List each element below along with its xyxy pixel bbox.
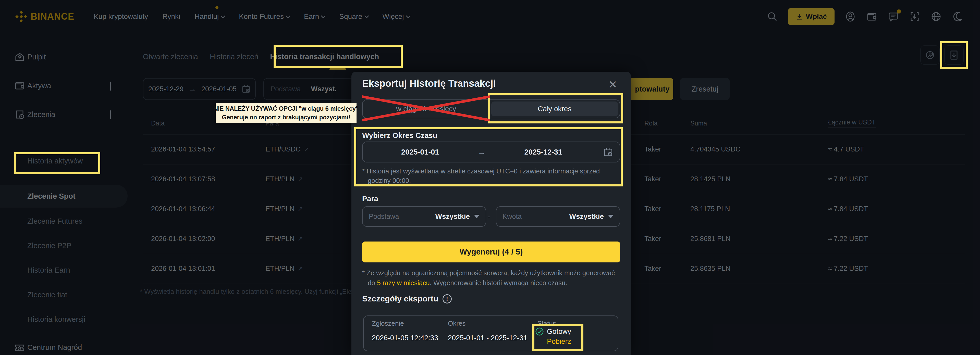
period-label: Wybierz Okres Czasu [362, 132, 437, 140]
close-icon[interactable]: ✕ [607, 78, 619, 90]
check-circle-icon [535, 327, 544, 336]
export-details-title: Szczegóły eksportu ! [362, 294, 452, 303]
export-date-from: 2025-01-01 [363, 148, 478, 156]
modal-title: Eksportuj Historię Transakcji [362, 78, 496, 89]
export-date-range-input[interactable]: 2025-01-01 → 2025-12-31 [362, 141, 620, 162]
export-row-submitted: 2026-01-05 12:42:33 [372, 334, 438, 342]
generate-button[interactable]: Wygeneruj (4 / 5) [362, 241, 620, 262]
generation-limit-note: * Ze względu na ograniczoną pojemność se… [362, 268, 619, 288]
base-asset-dropdown[interactable]: Podstawa Wszystkie [362, 206, 486, 227]
download-link[interactable]: Pobierz [547, 338, 571, 345]
annotation-warning-note: NIE NALEŻY UŻYWAĆ OPCJI "w ciągu 6 miesi… [216, 103, 356, 123]
export-history-modal: Eksportuj Historię Transakcji ✕ w ciągu … [352, 72, 631, 355]
pair-label: Para [362, 195, 378, 203]
range-tab-six-months[interactable]: w ciągu 6 miesięcy [363, 100, 490, 118]
export-row-status: Gotowy Pobierz [535, 327, 571, 345]
export-col-status: Status [537, 320, 556, 328]
export-row-period: 2025-01-01 - 2025-12-31 [448, 334, 527, 342]
info-icon[interactable]: ! [442, 294, 452, 303]
status-ready: Gotowy [547, 328, 571, 336]
export-details-table: Zgłoszenie Okres Status 2026-01-05 12:42… [363, 315, 618, 351]
export-col-submitted: Zgłoszenie [372, 320, 404, 328]
utc-note: * Historia jest wyświetlana w strefie cz… [362, 166, 607, 185]
quote-asset-dropdown[interactable]: Kwota Wszystkie [496, 206, 620, 227]
export-col-period: Okres [448, 320, 466, 328]
caret-down-icon [474, 215, 479, 218]
range-tab-full-period[interactable]: Cały okres [491, 101, 618, 116]
export-date-to: 2025-12-31 [486, 148, 601, 156]
caret-down-icon [608, 215, 614, 218]
binance-app: BINANCE Kup kryptowaluty Rynki Handluj K… [0, 0, 980, 355]
pair-selector-row: Podstawa Wszystkie - Kwota Wszystkie [352, 206, 631, 227]
arrow-right-icon: → [478, 147, 486, 157]
calendar-icon [603, 147, 613, 157]
pair-separator: - [488, 206, 490, 227]
export-range-tabs: w ciągu 6 miesięcy Cały okres [362, 100, 620, 118]
